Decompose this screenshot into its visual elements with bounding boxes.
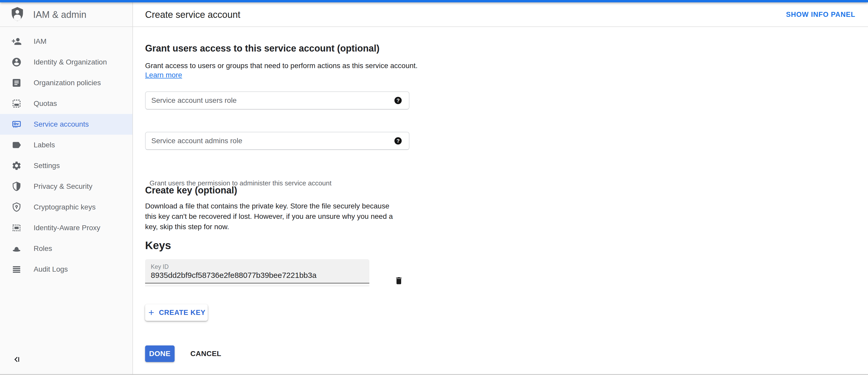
- sidebar-item-audit-logs[interactable]: Audit Logs: [0, 259, 132, 280]
- product-name: IAM & admin: [33, 2, 86, 27]
- sidebar-item-label: Identity-Aware Proxy: [34, 224, 100, 232]
- sidebar-item-organization-policies[interactable]: Organization policies: [0, 73, 132, 93]
- create-key-button-label: CREATE KEY: [159, 309, 205, 317]
- sidebar-nav: IAM Identity & Organization Organization…: [0, 27, 133, 374]
- sidebar-item-roles[interactable]: Roles: [0, 238, 132, 259]
- sidebar-item-cryptographic-keys[interactable]: Cryptographic keys: [0, 197, 132, 218]
- gear-icon: [11, 161, 22, 171]
- help-icon[interactable]: ?: [395, 97, 402, 104]
- collapse-sidebar-button[interactable]: [11, 354, 23, 366]
- sidebar-item-label: Audit Logs: [34, 265, 68, 273]
- hat-icon: [11, 243, 22, 254]
- window-bottom-border: [0, 374, 868, 375]
- grant-access-description: Grant access to users or groups that nee…: [145, 61, 418, 71]
- admins-role-field: ?: [145, 132, 409, 150]
- sidebar-item-label: Identity & Organization: [34, 58, 107, 66]
- sidebar-item-label: Privacy & Security: [34, 182, 92, 191]
- sidebar-item-label: Organization policies: [34, 79, 101, 87]
- list-lines-icon: [11, 264, 22, 274]
- sidebar-item-identity-aware-proxy[interactable]: Identity-Aware Proxy: [0, 218, 132, 238]
- grant-access-heading: Grant users access to this service accou…: [145, 43, 379, 54]
- help-icon[interactable]: ?: [395, 137, 402, 144]
- admins-role-input[interactable]: [145, 132, 409, 150]
- sidebar-item-service-accounts[interactable]: Service accounts: [0, 114, 132, 135]
- sidebar-item-label: IAM: [34, 37, 46, 46]
- key-id-value: 8935dd2bf9cf58736e2fe88077b39bee7221bb3a: [151, 271, 317, 280]
- proxy-grid-icon: [11, 223, 22, 233]
- show-info-panel-button[interactable]: SHOW INFO PANEL: [786, 2, 855, 27]
- iam-admin-console: IAM & admin Create service account SHOW …: [0, 0, 868, 376]
- sidebar-item-iam[interactable]: IAM: [0, 31, 132, 52]
- sidebar-header: IAM & admin: [0, 2, 133, 27]
- sidebar-item-quotas[interactable]: Quotas: [0, 93, 132, 114]
- done-button[interactable]: DONE: [145, 345, 175, 362]
- create-key-heading: Create key (optional): [145, 185, 237, 196]
- key-id-field: Key ID 8935dd2bf9cf58736e2fe88077b39bee7…: [145, 259, 369, 284]
- create-key-description: Download a file that contains the privat…: [145, 201, 402, 232]
- sidebar-item-label: Cryptographic keys: [34, 203, 96, 211]
- account-circle-icon: [11, 57, 22, 67]
- cancel-button[interactable]: CANCEL: [186, 345, 226, 362]
- main-content: Grant users access to this service accou…: [133, 27, 868, 374]
- trash-icon: [394, 276, 403, 285]
- sidebar-item-settings[interactable]: Settings: [0, 155, 132, 176]
- top-accent-bar: [0, 0, 868, 2]
- create-key-button[interactable]: CREATE KEY: [145, 304, 208, 321]
- delete-key-button[interactable]: [392, 273, 406, 288]
- users-role-field: ?: [145, 91, 409, 110]
- sidebar-item-label: Labels: [34, 141, 55, 149]
- users-role-input[interactable]: [145, 91, 409, 110]
- key-id-label: Key ID: [151, 263, 168, 270]
- sidebar-item-privacy-security[interactable]: Privacy & Security: [0, 176, 132, 197]
- service-account-key-icon: [11, 119, 22, 129]
- document-icon: [11, 78, 22, 88]
- learn-more-link[interactable]: Learn more: [145, 71, 182, 79]
- iam-shield-person-icon: [10, 6, 25, 23]
- person-add-icon: [11, 36, 22, 47]
- sidebar-item-label: Service accounts: [34, 120, 89, 128]
- label-tag-icon: [11, 140, 22, 150]
- plus-icon: [147, 309, 155, 317]
- sidebar-item-labels[interactable]: Labels: [0, 135, 132, 155]
- shield-key-icon: [11, 202, 22, 212]
- page-header: Create service account SHOW INFO PANEL: [133, 2, 868, 27]
- sidebar-item-label: Roles: [34, 244, 52, 253]
- keys-heading: Keys: [145, 239, 171, 252]
- page-title: Create service account: [145, 2, 240, 27]
- sidebar-item-identity-organization[interactable]: Identity & Organization: [0, 52, 132, 73]
- key-id-field-underline: [145, 284, 369, 287]
- quota-icon: [11, 98, 22, 109]
- sidebar-item-label: Settings: [34, 162, 60, 170]
- half-shield-icon: [11, 181, 22, 192]
- sidebar-item-label: Quotas: [34, 99, 57, 108]
